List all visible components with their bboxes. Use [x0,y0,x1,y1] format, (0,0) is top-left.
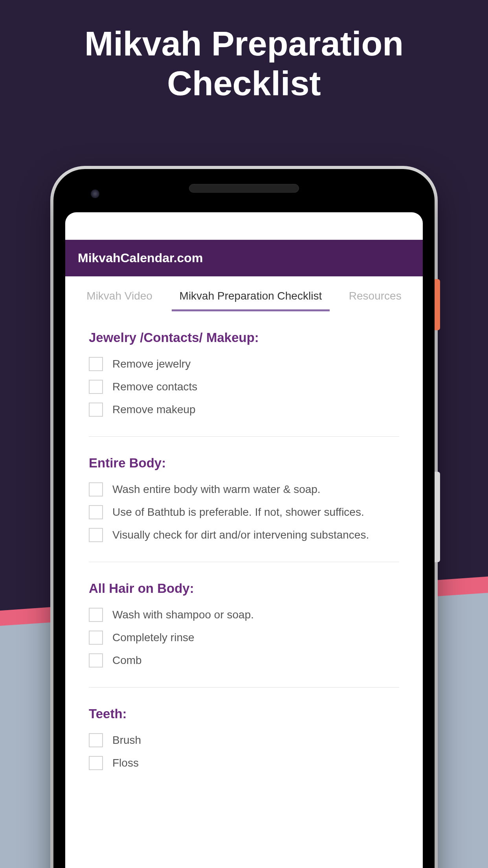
section-title-body: Entire Body: [89,456,399,471]
list-item: Wash with shampoo or soap. [89,608,399,622]
checkbox[interactable] [89,505,103,519]
item-label: Floss [112,757,139,769]
item-label: Remove jewelry [112,358,191,370]
list-item: Remove makeup [89,403,399,417]
item-label: Brush [112,734,141,747]
item-label: Wash entire body with warm water & soap. [112,483,321,496]
list-item: Wash entire body with warm water & soap. [89,482,399,497]
tab-bar: Mikvah Video Mikvah Preparation Checklis… [65,276,423,311]
checkbox[interactable] [89,608,103,622]
phone-frame: MikvahCalendar.com Mikvah Video Mikvah P… [53,169,435,868]
checkbox[interactable] [89,403,103,417]
item-label: Use of Bathtub is preferable. If not, sh… [112,506,364,519]
item-label: Remove contacts [112,381,197,393]
phone-power-button [435,279,440,330]
section-title-teeth: Teeth: [89,706,399,721]
item-label: Wash with shampoo or soap. [112,609,254,621]
list-item: Completely rinse [89,631,399,645]
checkbox[interactable] [89,756,103,770]
item-label: Completely rinse [112,631,194,644]
list-item: Use of Bathtub is preferable. If not, sh… [89,505,399,519]
phone-volume-button [435,472,440,562]
checkbox[interactable] [89,482,103,497]
page-title: Mikvah PreparationChecklist [0,0,488,103]
phone-speaker [189,184,299,193]
item-label: Comb [112,654,142,667]
checkbox[interactable] [89,631,103,645]
checkbox[interactable] [89,733,103,747]
tab-mikvah-video[interactable]: Mikvah Video [83,284,156,311]
checklist-content: Jewelry /Contacts/ Makeup: Remove jewelr… [65,311,423,798]
item-label: Remove makeup [112,403,196,416]
section-title-hair: All Hair on Body: [89,581,399,596]
section-title-jewelry: Jewelry /Contacts/ Makeup: [89,330,399,345]
item-label: Visually check for dirt and/or interveni… [112,529,369,541]
tab-resources[interactable]: Resources [345,284,405,311]
divider [89,562,399,562]
checkbox[interactable] [89,653,103,668]
tab-mikvah-preparation[interactable]: Mikvah Preparation Checklist [176,284,326,311]
checkbox[interactable] [89,528,103,542]
list-item: Floss [89,756,399,770]
checkbox[interactable] [89,380,103,394]
phone-screen: MikvahCalendar.com Mikvah Video Mikvah P… [65,212,423,868]
list-item: Visually check for dirt and/or interveni… [89,528,399,542]
app-header: MikvahCalendar.com [65,240,423,276]
list-item: Remove jewelry [89,357,399,371]
divider [89,436,399,437]
phone-camera [91,189,99,198]
list-item: Comb [89,653,399,668]
divider [89,687,399,688]
list-item: Brush [89,733,399,747]
list-item: Remove contacts [89,380,399,394]
checkbox[interactable] [89,357,103,371]
